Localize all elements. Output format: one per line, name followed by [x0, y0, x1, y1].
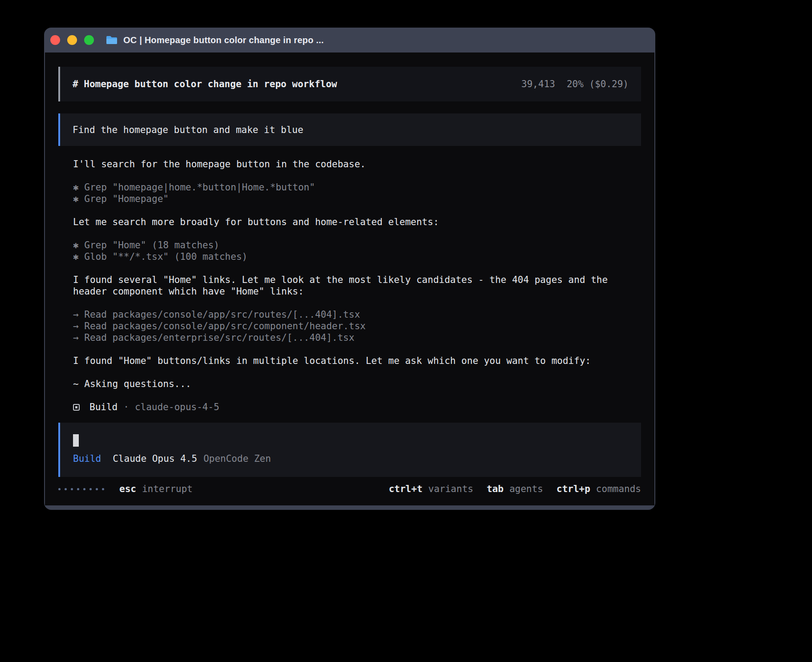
session-title: # Homepage button color change in repo w…	[73, 78, 337, 90]
spinner-dot	[83, 488, 85, 490]
zoom-button[interactable]	[84, 35, 94, 45]
status-left: esc interrupt	[58, 483, 193, 495]
tool-call-line: → Read packages/console/app/src/routes/[…	[73, 309, 617, 320]
assistant-paragraph: Let me search more broadly for buttons a…	[73, 216, 617, 228]
agent-name: Build	[89, 401, 118, 413]
session-header: # Homepage button color change in repo w…	[58, 67, 641, 101]
shortcut-key: ctrl+p	[556, 483, 590, 495]
agent-icon	[73, 404, 80, 411]
tool-call-group: ✱ Grep "Home" (18 matches) ✱ Glob "**/*.…	[73, 239, 617, 262]
model-name: Claude Opus 4.5	[113, 453, 197, 464]
prompt-input[interactable]: Build Claude Opus 4.5 OpenCode Zen	[58, 423, 641, 477]
mode-badge: Build	[73, 453, 101, 464]
agent-model: claude-opus-4-5	[135, 401, 219, 413]
tool-call-line: ✱ Grep "Home" (18 matches)	[73, 239, 617, 251]
agent-status-row: Build · claude-opus-4-5	[73, 401, 617, 413]
tool-call-line: ✱ Grep "homepage|home.*button|Home.*butt…	[73, 182, 617, 193]
assistant-paragraph: I'll search for the homepage button in t…	[73, 158, 617, 170]
tool-call-group: → Read packages/console/app/src/routes/[…	[73, 309, 617, 343]
window-titlebar: OC | Homepage button color change in rep…	[44, 28, 655, 52]
spinner-dot	[102, 488, 104, 490]
window-title: OC | Homepage button color change in rep…	[123, 35, 324, 45]
assistant-paragraph: I found "Home" buttons/links in multiple…	[73, 355, 617, 367]
input-meta-row: Build Claude Opus 4.5 OpenCode Zen	[73, 453, 629, 464]
provider-name: OpenCode Zen	[203, 453, 271, 464]
minimize-button[interactable]	[67, 35, 77, 45]
status-bar: esc interrupt ctrl+t variants tab agents…	[58, 483, 641, 495]
session-stats: 39,413 20% ($0.29)	[521, 78, 629, 90]
terminal-content: # Homepage button color change in repo w…	[45, 52, 654, 505]
interrupt-label: interrupt	[142, 483, 193, 495]
folder-icon	[106, 35, 118, 45]
spinner-dot	[89, 488, 92, 490]
tool-call-line: → Read packages/enterprise/src/routes/[.…	[73, 332, 617, 343]
assistant-paragraph: I found several "Home" links. Let me loo…	[73, 274, 617, 297]
shortcut-agents: tab agents	[487, 483, 543, 495]
progress-spinner	[58, 488, 104, 490]
close-button[interactable]	[50, 35, 60, 45]
user-message: Find the homepage button and make it blu…	[58, 113, 641, 146]
tool-call-line: ✱ Grep "Homepage"	[73, 193, 617, 205]
tool-call-line: → Read packages/console/app/src/componen…	[73, 320, 617, 332]
text-cursor	[73, 434, 79, 447]
shortcut-label: variants	[428, 483, 473, 495]
shortcut-variants: ctrl+t variants	[389, 483, 473, 495]
spinner-dot	[58, 488, 61, 490]
spinner-dot	[77, 488, 79, 490]
assistant-status-line: ~ Asking questions...	[73, 378, 617, 390]
shortcut-commands: ctrl+p commands	[556, 483, 641, 495]
user-message-text: Find the homepage button and make it blu…	[73, 124, 303, 136]
agent-separator: ·	[123, 401, 129, 413]
shortcut-label: commands	[596, 483, 641, 495]
token-count: 39,413	[521, 78, 555, 90]
traffic-lights	[50, 35, 94, 45]
terminal-window: OC | Homepage button color change in rep…	[44, 28, 655, 510]
shortcut-key: ctrl+t	[389, 483, 422, 495]
context-usage: 20% ($0.29)	[567, 78, 629, 90]
shortcut-key: tab	[487, 483, 503, 495]
esc-key-hint: esc	[119, 483, 136, 495]
tool-call-line: ✱ Glob "**/*.tsx" (100 matches)	[73, 251, 617, 262]
spinner-dot	[65, 488, 67, 490]
spinner-dot	[71, 488, 73, 490]
assistant-transcript: I'll search for the homepage button in t…	[73, 158, 617, 413]
tool-call-group: ✱ Grep "homepage|home.*button|Home.*butt…	[73, 182, 617, 205]
status-right: ctrl+t variants tab agents ctrl+p comman…	[375, 483, 641, 495]
shortcut-label: agents	[509, 483, 543, 495]
spinner-dot	[96, 488, 98, 490]
